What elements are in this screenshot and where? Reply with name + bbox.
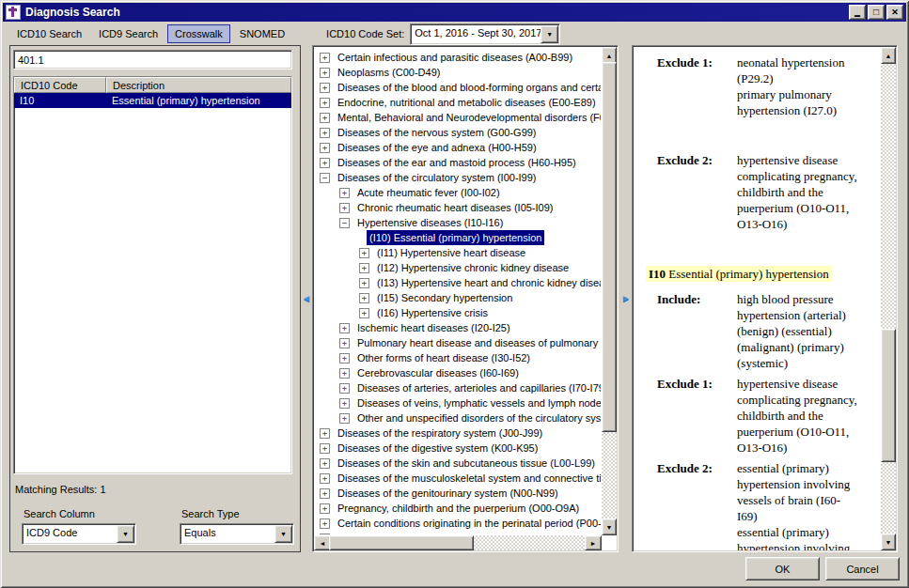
tree-item[interactable]: +Certain conditions originating in the p…: [314, 516, 601, 531]
tree-item-label[interactable]: Hypertensive diseases (I10-I16): [354, 215, 506, 230]
search-column-combobox[interactable]: ICD9 Code ▼: [22, 523, 136, 545]
tree-item[interactable]: +(I16) Hypertensive crisis: [314, 305, 601, 320]
tree-item[interactable]: +Diseases of the blood and blood-forming…: [314, 80, 601, 95]
tree-item[interactable]: +Ischemic heart diseases (I20-I25): [314, 320, 601, 335]
tree-item-label[interactable]: (I11) Hypertensive heart disease: [374, 245, 528, 260]
tree-item[interactable]: +Diseases of the nervous system (G00-G99…: [314, 125, 601, 140]
tree-item[interactable]: −Hypertensive diseases (I10-I16): [314, 215, 601, 230]
tree-item[interactable]: +Diseases of the ear and mastoid process…: [314, 155, 601, 170]
tree-item-label[interactable]: (I16) Hypertensive crisis: [374, 305, 491, 320]
tree-item-label[interactable]: Certain conditions originating in the pe…: [335, 516, 601, 531]
tree-item-label[interactable]: Pregnancy, childbirth and the puerperium…: [335, 501, 582, 516]
tree-expand-icon[interactable]: +: [320, 53, 330, 63]
scroll-up-button[interactable]: ▲: [881, 47, 896, 64]
tree-expand-icon[interactable]: +: [320, 518, 330, 529]
tree-expand-icon[interactable]: +: [339, 323, 350, 333]
tree-item[interactable]: +Diseases of the genitourinary system (N…: [314, 486, 601, 501]
tree-expand-icon[interactable]: +: [359, 248, 369, 258]
tree-item[interactable]: −Diseases of the circulatory system (I00…: [314, 170, 601, 185]
detail-vertical-scrollbar[interactable]: ▲ ▼: [881, 47, 896, 550]
code-set-dropdown-button[interactable]: ▼: [541, 25, 558, 43]
tree-item-label[interactable]: Diseases of veins, lymphatic vessels and…: [354, 395, 601, 410]
tree-item-label[interactable]: Other forms of heart disease (I30-I52): [354, 350, 533, 365]
tree-vertical-scrollbar[interactable]: ▲ ▼: [602, 47, 617, 535]
tree-item[interactable]: +Other forms of heart disease (I30-I52): [314, 350, 601, 365]
code-set-combobox[interactable]: Oct 1, 2016 - Sept 30, 2017 ▼: [410, 23, 560, 45]
search-input[interactable]: [13, 50, 292, 70]
tree-item-label[interactable]: Diseases of the blood and blood-forming …: [335, 80, 601, 95]
tree-item-label[interactable]: Diseases of the circulatory system (I00-…: [335, 170, 540, 185]
tree-item-label[interactable]: Other and unspecified disorders of the c…: [354, 410, 601, 426]
cancel-button[interactable]: Cancel: [825, 557, 900, 580]
search-type-combobox[interactable]: Equals ▼: [180, 523, 294, 545]
tree-item[interactable]: +Certain infectious and parasitic diseas…: [314, 50, 601, 65]
tree-expand-icon[interactable]: +: [339, 338, 350, 348]
tree-item[interactable]: +(I11) Hypertensive heart disease: [314, 245, 601, 260]
tree-vscroll-thumb[interactable]: [602, 62, 617, 432]
tree-expand-icon[interactable]: +: [320, 158, 330, 168]
tree-expand-icon[interactable]: +: [320, 68, 330, 78]
tree-item-label[interactable]: (I15) Secondary hypertension: [374, 290, 515, 305]
tree-expand-icon[interactable]: +: [359, 263, 369, 273]
tree-expand-icon[interactable]: +: [320, 443, 330, 454]
maximize-button[interactable]: □: [868, 5, 885, 20]
tree-expand-icon[interactable]: +: [339, 398, 350, 409]
tree-item[interactable]: +Endocrine, nutritional and metabolic di…: [314, 95, 601, 110]
tree-item[interactable]: +Congenital malformations, deformations …: [314, 531, 601, 534]
collapse-left-arrow-icon[interactable]: ◄: [302, 294, 311, 303]
detail-vscroll-thumb[interactable]: [881, 329, 896, 462]
tree-expand-icon[interactable]: +: [339, 383, 350, 394]
tab-crosswalk[interactable]: Crosswalk: [167, 24, 230, 43]
tree-expand-icon[interactable]: +: [339, 203, 350, 213]
search-column-dropdown-button[interactable]: ▼: [117, 525, 134, 543]
tree-item[interactable]: +Chronic rheumatic heart diseases (I05-I…: [314, 200, 601, 215]
tree-item-label[interactable]: Acute rheumatic fever (I00-I02): [354, 185, 503, 200]
right-splitter[interactable]: ►: [620, 45, 632, 552]
results-table[interactable]: ICD10 Code Description I10 Essential (pr…: [13, 76, 292, 474]
tree-item-label[interactable]: Diseases of arteries, arterioles and cap…: [354, 380, 601, 395]
tree-item[interactable]: +Diseases of the digestive system (K00-K…: [314, 441, 601, 456]
tree-item[interactable]: +Diseases of the respiratory system (J00…: [314, 426, 601, 441]
tree-item-label[interactable]: Diseases of the skin and subcutaneous ti…: [335, 456, 598, 471]
tree-item[interactable]: (I10) Essential (primary) hypertension: [314, 230, 601, 245]
tree-item[interactable]: +Pregnancy, childbirth and the puerperiu…: [314, 501, 601, 516]
tree-item[interactable]: +Diseases of the skin and subcutaneous t…: [314, 456, 601, 471]
search-type-dropdown-button[interactable]: ▼: [274, 525, 292, 543]
table-row[interactable]: I10 Essential (primary) hypertension: [14, 93, 291, 108]
tree-item-label[interactable]: Diseases of the musculoskeletal system a…: [335, 471, 601, 486]
tree-item-label[interactable]: Pulmonary heart disease and diseases of …: [354, 335, 601, 350]
tree-expand-icon[interactable]: +: [320, 488, 330, 499]
tree-expand-icon[interactable]: +: [339, 368, 350, 379]
tree-item-label[interactable]: (I13) Hypertensive heart and chronic kid…: [374, 275, 601, 290]
scroll-right-button[interactable]: ►: [585, 535, 602, 550]
close-button[interactable]: ✕: [886, 5, 903, 20]
tree-item-label[interactable]: (I10) Essential (primary) hypertension: [367, 230, 544, 245]
tree-expand-icon[interactable]: +: [339, 413, 350, 424]
tree-item[interactable]: +Diseases of veins, lymphatic vessels an…: [314, 395, 601, 410]
tree-item[interactable]: +Other and unspecified disorders of the …: [314, 410, 601, 426]
tree-item[interactable]: +Pulmonary heart disease and diseases of…: [314, 335, 601, 350]
tree-horizontal-scrollbar[interactable]: ◄ ►: [314, 535, 602, 550]
tree-item[interactable]: +Diseases of the musculoskeletal system …: [314, 471, 601, 486]
tree-expand-icon[interactable]: +: [320, 98, 330, 108]
tree-item-label[interactable]: Cerebrovascular diseases (I60-I69): [354, 365, 522, 380]
tree-item-label[interactable]: Neoplasms (C00-D49): [335, 65, 443, 80]
tree-expand-icon[interactable]: +: [320, 83, 330, 93]
tree-item-label[interactable]: Diseases of the digestive system (K00-K9…: [335, 441, 541, 456]
tree-expand-icon[interactable]: +: [320, 503, 330, 514]
tree-item-label[interactable]: Congenital malformations, deformations a…: [335, 531, 601, 534]
tree-item[interactable]: +Cerebrovascular diseases (I60-I69): [314, 365, 601, 380]
tree-expand-icon[interactable]: +: [339, 188, 350, 198]
column-header-icd10-code[interactable]: ICD10 Code: [14, 77, 106, 93]
column-header-description[interactable]: Description: [106, 77, 291, 93]
tree-collapse-icon[interactable]: −: [320, 173, 330, 183]
tree-item-label[interactable]: Endocrine, nutritional and metabolic dis…: [335, 95, 599, 110]
tree-expand-icon[interactable]: +: [320, 143, 330, 153]
tree-item[interactable]: +Neoplasms (C00-D49): [314, 65, 601, 80]
tree-item[interactable]: +Acute rheumatic fever (I00-I02): [314, 185, 601, 200]
tab-snomed[interactable]: SNOMED: [232, 24, 292, 43]
tree-expand-icon[interactable]: +: [339, 353, 350, 364]
tree-expand-icon[interactable]: +: [320, 458, 330, 469]
tree-item[interactable]: +Mental, Behavioral and Neurodevelopment…: [314, 110, 601, 125]
tree-item[interactable]: +Diseases of the eye and adnexa (H00-H59…: [314, 140, 601, 155]
